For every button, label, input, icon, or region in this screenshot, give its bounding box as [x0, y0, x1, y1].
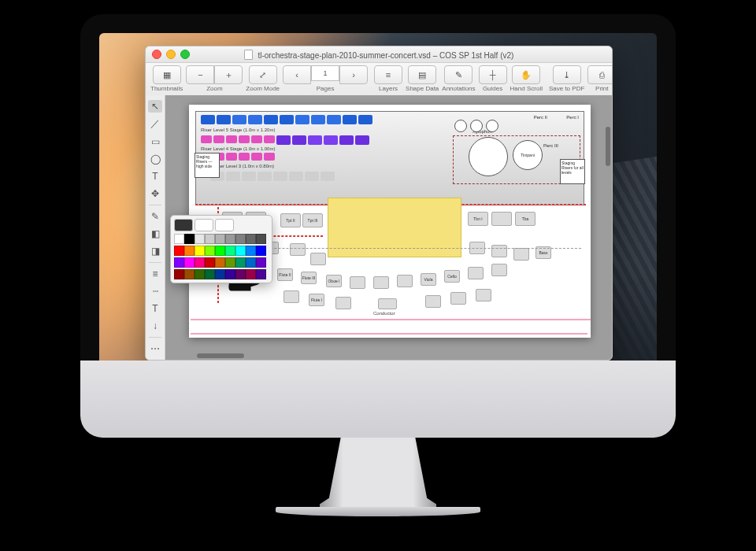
tool-more[interactable]: ⋯ [148, 342, 162, 355]
swatch[interactable] [256, 269, 266, 279]
block-ob2[interactable] [350, 276, 365, 289]
swatch[interactable] [215, 246, 225, 256]
swatch[interactable] [256, 246, 266, 256]
tool-line[interactable]: ／ [148, 117, 162, 131]
tool-arrow[interactable]: ↓ [148, 320, 162, 332]
annotations-button[interactable]: ✎ [444, 65, 472, 84]
tool-textstyle[interactable]: T [148, 302, 162, 315]
block-cl2[interactable] [397, 275, 413, 287]
block-cl1[interactable] [373, 276, 389, 289]
swatch[interactable] [225, 269, 235, 279]
minimize-button[interactable] [166, 50, 176, 59]
page-next-button[interactable]: › [339, 65, 368, 84]
swatch[interactable] [205, 269, 215, 279]
tool-pencil[interactable]: ✎ [148, 210, 162, 223]
swatch[interactable] [246, 246, 256, 256]
page-prev-button[interactable]: ‹ [283, 65, 311, 84]
swatch[interactable] [174, 257, 184, 268]
swatch[interactable] [235, 269, 246, 279]
swatch[interactable] [205, 234, 215, 244]
tool-pan[interactable]: ✥ [148, 187, 162, 200]
block-ob1[interactable]: Oboe I [326, 275, 342, 287]
block-tbn2[interactable] [491, 212, 512, 226]
swatch[interactable] [195, 234, 205, 244]
block-c[interactable] [290, 243, 306, 256]
swatch[interactable] [184, 246, 195, 256]
block-tpt2[interactable]: Tpt III [302, 213, 323, 227]
swatch[interactable] [235, 234, 246, 244]
block-fl3[interactable]: Flute III [301, 272, 317, 284]
print-button[interactable]: ⎙ [587, 65, 613, 84]
swatch-current[interactable] [174, 219, 193, 231]
zoom-in-button[interactable]: ＋ [214, 65, 243, 84]
layers-button[interactable]: ≡ [374, 65, 402, 84]
swatch[interactable] [235, 257, 246, 268]
thumbnails-button[interactable]: ▦ [153, 65, 181, 84]
hand-scroll-button[interactable]: ✋ [512, 65, 540, 84]
swatch[interactable] [195, 246, 205, 256]
conductor-podium[interactable] [378, 298, 397, 309]
tool-ellipse[interactable]: ◯ [148, 153, 162, 165]
tool-fill[interactable]: ◧ [148, 227, 162, 240]
swatch[interactable] [184, 257, 195, 268]
block-row3c[interactable] [335, 297, 351, 309]
zoom-button[interactable] [180, 50, 190, 59]
block-tba[interactable]: Tba [515, 212, 536, 226]
zoom-mode-button[interactable]: ⤢ [249, 65, 277, 84]
tool-text[interactable]: T [148, 170, 162, 183]
swatch[interactable] [195, 257, 205, 268]
block-tbn1[interactable]: Tbn I [468, 212, 488, 226]
guides-button[interactable]: ┼ [479, 65, 507, 84]
swatch[interactable] [235, 246, 246, 256]
swatch[interactable] [205, 257, 215, 268]
tool-linetype[interactable]: ┄ [148, 285, 162, 298]
block-d[interactable] [310, 253, 326, 265]
swatch-grid [174, 234, 269, 279]
tool-pointer[interactable]: ↖ [148, 100, 162, 113]
swatch[interactable] [174, 269, 184, 279]
swatch[interactable] [184, 234, 195, 244]
swatch[interactable] [174, 234, 184, 244]
swatch[interactable] [225, 257, 235, 268]
block-row3d[interactable] [425, 295, 441, 308]
block-row3e[interactable] [450, 292, 466, 305]
block-row3b[interactable]: Flute I [309, 294, 324, 306]
tool-lineweight[interactable]: ≡ [148, 268, 162, 280]
block-vla[interactable]: Viola [421, 273, 436, 286]
zoom-out-button[interactable]: − [186, 65, 214, 84]
block-f[interactable] [491, 245, 507, 257]
block-tpt1[interactable]: Tpt II [280, 213, 301, 227]
swatch-dropper[interactable] [215, 219, 234, 231]
swatch-none[interactable] [195, 219, 213, 231]
swatch[interactable] [225, 246, 235, 256]
swatch[interactable] [184, 269, 195, 279]
block-vn2[interactable] [468, 267, 484, 279]
swatch[interactable] [225, 234, 235, 244]
block-vn1[interactable] [491, 264, 507, 276]
save-pdf-button[interactable]: ⤓ [553, 65, 581, 84]
tool-rect[interactable]: ▭ [148, 135, 162, 148]
swatch[interactable] [195, 269, 205, 279]
page-number-field[interactable]: 1 [311, 65, 339, 81]
swatch[interactable] [215, 234, 225, 244]
close-button[interactable] [152, 50, 161, 59]
swatch[interactable] [246, 269, 256, 279]
swatch[interactable] [174, 246, 184, 256]
block-fl2[interactable]: Flute II [277, 268, 293, 281]
scrollbar-horizontal[interactable] [197, 353, 244, 358]
block-row3f[interactable] [476, 289, 491, 301]
canvas[interactable]: Riser Level 5 Stage (1.0m x 1.20m) Riser… [165, 95, 612, 360]
swatch[interactable] [246, 234, 256, 244]
swatch[interactable] [215, 269, 225, 279]
tool-stroke[interactable]: ◨ [148, 245, 162, 257]
block-row3a[interactable] [284, 290, 299, 303]
swatch[interactable] [246, 257, 256, 268]
shape-data-button[interactable]: ▤ [408, 65, 436, 84]
swatch[interactable] [205, 246, 215, 256]
swatch[interactable] [215, 257, 225, 268]
swatch[interactable] [256, 234, 266, 244]
block-g[interactable] [513, 248, 529, 261]
swatch[interactable] [256, 257, 266, 268]
scrollbar-vertical[interactable] [606, 127, 610, 166]
block-vc[interactable]: Cello [444, 270, 460, 283]
